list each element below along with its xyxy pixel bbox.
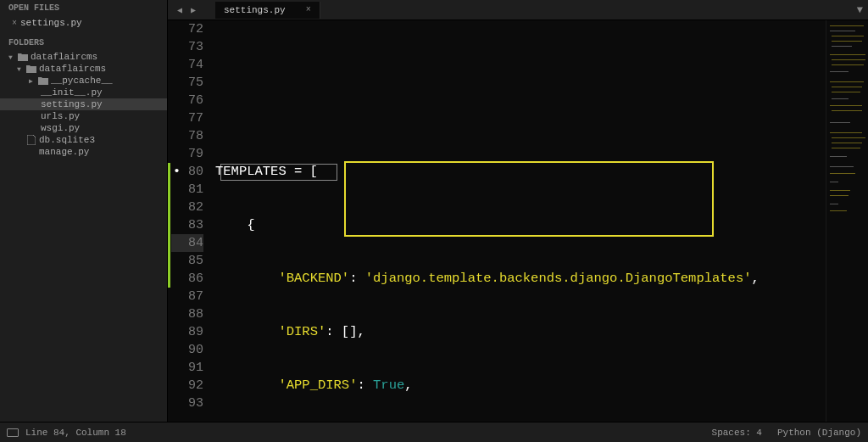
tree-item[interactable]: db.sqlite3 [0, 134, 167, 146]
tree-item[interactable]: ▼ dataflaircms [0, 63, 167, 75]
nav-forward-icon[interactable]: ▶ [186, 3, 200, 17]
tree-label: wsgi.py [41, 123, 80, 133]
folder-icon [25, 64, 37, 73]
close-icon[interactable]: × [12, 19, 17, 28]
tree-root[interactable]: ▼ dataflaircms [0, 51, 167, 63]
open-files-header: OPEN FILES [0, 0, 167, 16]
tree-label: urls.py [41, 111, 80, 121]
file-tab[interactable]: settings.py × [215, 2, 320, 19]
status-bar: Line 84, Column 18 Spaces: 4 Python (Dja… [0, 422, 868, 442]
open-file-label: settings.py [20, 18, 82, 28]
sidebar: OPEN FILES ×settings.py FOLDERS ▼ datafl… [0, 0, 168, 422]
tree-item-active[interactable]: settings.py [0, 98, 167, 110]
status-position[interactable]: Line 84, Column 18 [25, 428, 126, 438]
tab-label: settings.py [224, 5, 286, 15]
code-editor[interactable]: 72 73 74 75 76 77 78 79 • 80 81 82 83 84… [168, 20, 868, 422]
chevron-right-icon: ▶ [29, 77, 37, 85]
close-icon[interactable]: × [306, 5, 311, 14]
minimap[interactable] [826, 20, 868, 422]
tab-bar: ◀ ▶ settings.py × ▼ [168, 0, 868, 20]
folders-header: FOLDERS [0, 35, 167, 51]
chevron-down-icon[interactable]: ▼ [857, 4, 863, 16]
tree-label: dataflaircms [31, 52, 97, 62]
tree-label: manage.py [39, 147, 89, 157]
folder-icon [17, 53, 29, 61]
tree-label: settings.py [41, 99, 103, 109]
tree-label: __init__.py [41, 87, 103, 98]
tree-label: dataflaircms [39, 64, 106, 74]
panel-icon[interactable] [7, 428, 19, 437]
status-syntax[interactable]: Python (Django) [777, 428, 861, 438]
line-numbers: 72 73 74 75 76 77 78 79 • 80 81 82 83 84… [171, 20, 212, 422]
tree-item[interactable]: __init__.py [0, 87, 167, 98]
chevron-down-icon: ▼ [17, 65, 25, 73]
modified-dot-icon: • [173, 165, 181, 179]
tree-item[interactable]: wsgi.py [0, 122, 167, 134]
open-file-item[interactable]: ×settings.py [0, 16, 167, 30]
tree-item[interactable]: urls.py [0, 110, 167, 122]
chevron-down-icon: ▼ [8, 53, 17, 61]
folder-icon [37, 76, 49, 85]
status-spaces[interactable]: Spaces: 4 [712, 428, 762, 438]
nav-back-icon[interactable]: ◀ [173, 3, 186, 17]
code-area[interactable]: TEMPLATES = [ { 'BACKEND': 'django.templ… [212, 20, 826, 422]
tree-label: __pycache__ [51, 76, 113, 86]
tree-item[interactable]: manage.py [0, 146, 167, 158]
tree-item[interactable]: ▶ __pycache__ [0, 75, 167, 87]
file-icon [25, 135, 37, 145]
git-gutter [168, 20, 171, 422]
tree-label: db.sqlite3 [39, 135, 95, 145]
